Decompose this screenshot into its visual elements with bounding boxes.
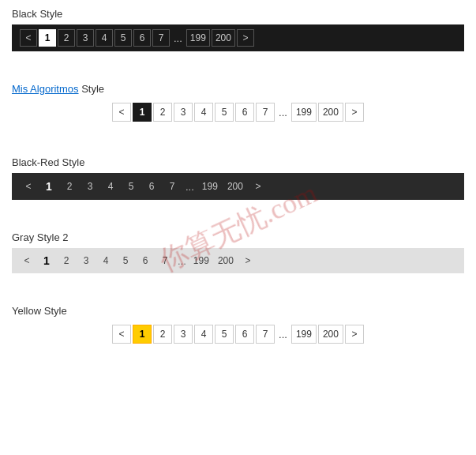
page-7-button[interactable]: 7: [156, 252, 174, 269]
page-2-button[interactable]: 2: [153, 325, 172, 344]
page-199-button[interactable]: 199: [291, 103, 317, 122]
page-4-button[interactable]: 4: [96, 29, 113, 47]
ellipsis: ...: [176, 255, 188, 267]
page-6-button[interactable]: 6: [137, 252, 154, 269]
gray2-style-title: Gray Style 2: [12, 231, 464, 243]
black-style-pager: < 1 2 3 4 5 6 7 ... 199 200 >: [12, 24, 464, 51]
page-1-button[interactable]: 1: [40, 178, 58, 195]
page-200-button[interactable]: 200: [318, 103, 343, 122]
next-button[interactable]: >: [239, 252, 257, 269]
page-4-button[interactable]: 4: [194, 103, 213, 122]
page-200-button[interactable]: 200: [212, 29, 235, 47]
page-199-button[interactable]: 199: [190, 252, 212, 269]
page-7-button[interactable]: 7: [163, 178, 181, 195]
prev-button[interactable]: <: [20, 29, 37, 47]
page-5-button[interactable]: 5: [215, 325, 234, 344]
page-199-button[interactable]: 199: [186, 29, 210, 47]
blackred-style-pager: < 1 2 3 4 5 6 7 ... 199 200 >: [12, 173, 464, 200]
gray2-style-pager: < 1 2 3 4 5 6 7 ... 199 200 >: [12, 248, 464, 273]
page-199-button[interactable]: 199: [291, 325, 317, 344]
mis-style-section: Mis Algoritmos Style < 1 2 3 4 5 6 7 ...…: [0, 75, 476, 133]
next-button[interactable]: >: [249, 178, 267, 195]
page-6-button[interactable]: 6: [143, 178, 160, 195]
ellipsis: ...: [184, 181, 196, 193]
black-style-title: Black Style: [12, 8, 464, 20]
page-3-button[interactable]: 3: [77, 29, 94, 47]
prev-button[interactable]: <: [20, 178, 37, 195]
black-style-section: Black Style < 1 2 3 4 5 6 7 ... 199 200 …: [0, 0, 476, 59]
page-6-button[interactable]: 6: [235, 325, 254, 344]
page-6-button[interactable]: 6: [133, 29, 151, 47]
mis-algoritmos-link[interactable]: Mis Algoritmos: [12, 83, 79, 95]
page-2-button[interactable]: 2: [58, 29, 75, 47]
next-button[interactable]: >: [345, 325, 364, 344]
page-3-button[interactable]: 3: [77, 252, 95, 269]
blackred-style-section: Black-Red Style < 1 2 3 4 5 6 7 ... 199 …: [0, 149, 476, 208]
next-button[interactable]: >: [237, 29, 254, 47]
page-199-button[interactable]: 199: [199, 178, 221, 195]
page-5-button[interactable]: 5: [114, 29, 132, 47]
page-3-button[interactable]: 3: [174, 103, 193, 122]
ellipsis: ...: [276, 329, 290, 340]
yellow-style-title: Yellow Style: [12, 305, 464, 317]
mis-style-pager: < 1 2 3 4 5 6 7 ... 199 200 >: [12, 100, 464, 125]
page-4-button[interactable]: 4: [97, 252, 114, 269]
gray2-style-section: Gray Style 2 < 1 2 3 4 5 6 7 ... 199 200…: [0, 224, 476, 281]
page-4-button[interactable]: 4: [102, 178, 119, 195]
page-7-button[interactable]: 7: [256, 103, 275, 122]
page-5-button[interactable]: 5: [215, 103, 234, 122]
ellipsis: ...: [171, 32, 185, 44]
page-4-button[interactable]: 4: [194, 325, 213, 344]
page-3-button[interactable]: 3: [174, 325, 193, 344]
prev-button[interactable]: <: [18, 252, 36, 269]
mis-style-title: Mis Algoritmos Style: [12, 83, 464, 95]
page-2-button[interactable]: 2: [61, 178, 78, 195]
yellow-style-pager: < 1 2 3 4 5 6 7 ... 199 200 >: [12, 322, 464, 347]
page-3-button[interactable]: 3: [81, 178, 99, 195]
page-7-button[interactable]: 7: [256, 325, 275, 344]
blackred-style-title: Black-Red Style: [12, 156, 464, 168]
page-6-button[interactable]: 6: [235, 103, 254, 122]
page-1-button[interactable]: 1: [38, 252, 55, 269]
page-1-button[interactable]: 1: [39, 29, 56, 47]
page-7-button[interactable]: 7: [152, 29, 170, 47]
page-5-button[interactable]: 5: [117, 252, 134, 269]
prev-button[interactable]: <: [112, 325, 131, 344]
page-200-button[interactable]: 200: [318, 325, 343, 344]
page-5-button[interactable]: 5: [122, 178, 140, 195]
page-2-button[interactable]: 2: [58, 252, 75, 269]
page-1-button[interactable]: 1: [133, 103, 152, 122]
ellipsis: ...: [276, 107, 290, 118]
page-200-button[interactable]: 200: [215, 252, 237, 269]
page-2-button[interactable]: 2: [153, 103, 172, 122]
page-200-button[interactable]: 200: [224, 178, 246, 195]
next-button[interactable]: >: [345, 103, 364, 122]
prev-button[interactable]: <: [112, 103, 131, 122]
yellow-style-section: Yellow Style < 1 2 3 4 5 6 7 ... 199 200…: [0, 297, 476, 355]
page-1-button[interactable]: 1: [133, 325, 152, 344]
